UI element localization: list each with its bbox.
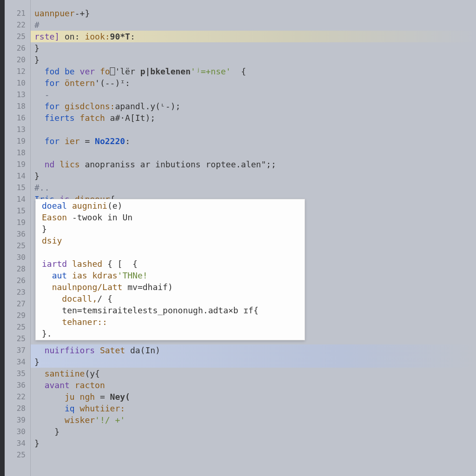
line-number: 13 bbox=[5, 124, 30, 135]
code-token: No2220 bbox=[95, 136, 125, 146]
code-line[interactable]: # bbox=[31, 19, 476, 31]
code-line[interactable]: fod be ver fo⎕'lër p|bkelenen'ʲ=+nse' { bbox=[31, 66, 476, 77]
popup-line[interactable]: aut ias kdras'THNe! bbox=[35, 270, 305, 281]
code-token: for bbox=[45, 101, 65, 111]
code-token: aut bbox=[52, 271, 72, 280]
code-token: : bbox=[130, 32, 135, 41]
code-token: whutiier: bbox=[80, 403, 126, 413]
code-line[interactable]: rste] on: iook:90*T: bbox=[31, 31, 476, 42]
code-token: nd bbox=[45, 159, 60, 169]
popup-line[interactable]: tehaner:: bbox=[35, 316, 305, 328]
line-number: 23 bbox=[5, 286, 30, 298]
code-line[interactable]: avant racton bbox=[31, 379, 476, 391]
code-token: wisker bbox=[65, 415, 95, 425]
code-token: = bbox=[85, 136, 95, 146]
code-token: Ney( bbox=[110, 392, 130, 402]
code-line[interactable]: } bbox=[31, 437, 476, 449]
line-number: 36 bbox=[5, 228, 30, 240]
code-line[interactable]: nd lics anopraniss ar inbutions roptee.a… bbox=[31, 159, 476, 170]
code-line[interactable]: ju ngh = Ney( bbox=[31, 391, 476, 403]
code-line[interactable]: } bbox=[31, 54, 476, 66]
code-line[interactable]: } bbox=[31, 42, 476, 54]
line-number: 15 bbox=[5, 182, 30, 193]
code-token: öntern bbox=[65, 78, 95, 88]
popup-line[interactable]: } bbox=[35, 223, 305, 235]
code-token: ier bbox=[65, 136, 85, 146]
code-line[interactable]: nuirfiiors Satet da(In) bbox=[31, 344, 476, 356]
code-line[interactable]: santiine(y{ bbox=[31, 368, 476, 379]
code-token: fierts bbox=[45, 113, 80, 123]
line-number: 22 bbox=[5, 19, 30, 31]
line-number: 25 bbox=[5, 321, 30, 333]
line-number: 25 bbox=[5, 333, 30, 344]
code-line[interactable]: #.. bbox=[31, 182, 476, 193]
code-token: for bbox=[45, 136, 65, 146]
line-number: 13 bbox=[5, 89, 30, 100]
line-number: 15 bbox=[5, 205, 30, 217]
code-token: uannpuer bbox=[34, 8, 75, 18]
code-token: for bbox=[45, 78, 65, 88]
code-token: apandl.y(ᶫ-); bbox=[115, 101, 180, 111]
code-line[interactable] bbox=[31, 147, 476, 159]
code-token: nuirfiiors bbox=[45, 345, 100, 355]
code-token: fod be bbox=[45, 66, 80, 76]
popup-line[interactable]: naulnpong/Latt mv=dhaif) bbox=[35, 281, 305, 293]
autocomplete-popup[interactable]: doeal augnini(e)Eason -twook in Un}dsiyi… bbox=[35, 199, 305, 340]
code-line[interactable]: wisker'!/ +' bbox=[31, 414, 476, 426]
code-line[interactable]: - bbox=[31, 89, 476, 100]
code-token: iook: bbox=[85, 32, 110, 41]
code-token: -+} bbox=[75, 8, 90, 18]
popup-line[interactable]: docall,/ { bbox=[35, 293, 305, 304]
popup-line[interactable]: iartd lashed { [ { bbox=[35, 258, 305, 270]
code-token: santiine bbox=[45, 369, 85, 378]
code-token: (e) bbox=[107, 201, 123, 211]
code-line[interactable]: for öntern'(--)ᶦ: bbox=[31, 77, 476, 89]
code-line[interactable]: iq whutiier: bbox=[31, 403, 476, 414]
code-token: }. bbox=[42, 329, 52, 338]
code-token: - bbox=[45, 90, 50, 99]
code-token: rste] bbox=[34, 32, 60, 41]
code-line[interactable]: fierts fatch a#·A[It); bbox=[31, 112, 476, 124]
line-number: 21 bbox=[5, 7, 30, 19]
code-token: '(--) bbox=[95, 78, 120, 88]
code-token: ias kdras bbox=[72, 271, 118, 280]
code-token: ten=temsiraitelests_pononugh.adta×b ɪf{ bbox=[62, 305, 258, 315]
popup-line[interactable]: Eason -twook in Un bbox=[35, 212, 305, 223]
line-number: 12 bbox=[5, 66, 30, 77]
popup-line[interactable]: ten=temsiraitelests_pononugh.adta×b ɪf{ bbox=[35, 304, 305, 316]
line-number: 25 bbox=[5, 240, 30, 251]
code-token: iq bbox=[65, 403, 80, 413]
code-editor[interactable]: uannpuer-+}#rste] on: iook:90*T:}} fod b… bbox=[31, 0, 476, 476]
line-number: 25 bbox=[5, 449, 30, 461]
code-token: } bbox=[42, 224, 47, 234]
line-number: 19 bbox=[5, 159, 30, 170]
popup-line[interactable]: }. bbox=[35, 328, 305, 339]
code-line[interactable]: uannpuer-+} bbox=[31, 7, 476, 19]
code-token: -twook in Un bbox=[72, 212, 132, 222]
code-token: { bbox=[231, 66, 246, 76]
popup-line[interactable]: doeal augnini(e) bbox=[35, 200, 305, 212]
code-line[interactable]: for ier = No2220: bbox=[31, 135, 476, 147]
code-token: '!/ +' bbox=[95, 415, 125, 425]
code-token: { [ { bbox=[107, 259, 138, 269]
line-number: 30 bbox=[5, 426, 30, 437]
code-token: Eason bbox=[42, 212, 72, 222]
popup-line[interactable]: dsiy bbox=[35, 235, 305, 246]
editor-left-border bbox=[0, 0, 5, 476]
code-line[interactable]: } bbox=[31, 170, 476, 182]
line-number: 25 bbox=[5, 31, 30, 42]
code-line[interactable]: for gisdclons:apandl.y(ᶫ-); bbox=[31, 100, 476, 112]
code-token: da(In) bbox=[130, 345, 160, 355]
popup-line[interactable] bbox=[35, 246, 305, 258]
line-number: 34 bbox=[5, 437, 30, 449]
code-line[interactable] bbox=[31, 124, 476, 135]
code-token: = bbox=[100, 392, 110, 402]
code-line[interactable]: } bbox=[31, 356, 476, 368]
code-token: } bbox=[34, 357, 40, 367]
code-token: 'ʲ=+nse' bbox=[191, 66, 231, 76]
code-token: # bbox=[34, 20, 40, 30]
line-number: 39 bbox=[5, 414, 30, 426]
code-line[interactable]: } bbox=[31, 426, 476, 437]
code-token: p|bkelenen bbox=[140, 66, 191, 76]
code-token: fo bbox=[100, 66, 110, 76]
